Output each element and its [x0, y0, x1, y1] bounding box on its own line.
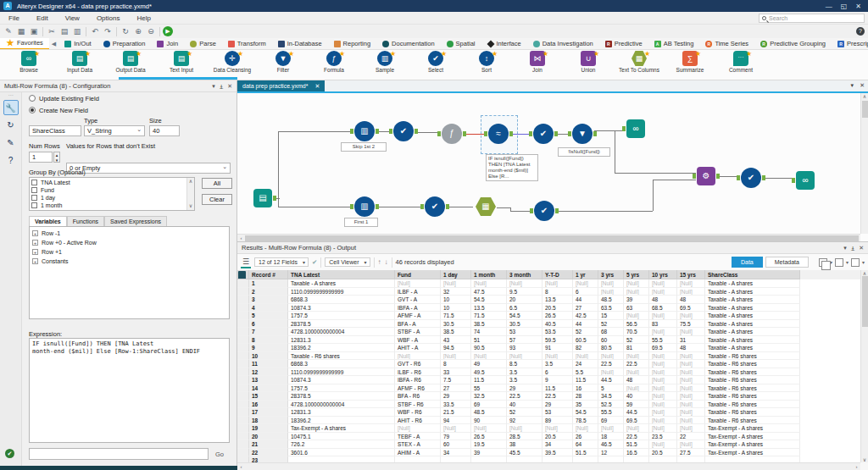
data-cell[interactable]: 69 — [598, 417, 624, 425]
palette-tool-output-data[interactable]: ★▤Output Data — [105, 50, 156, 80]
data-cell[interactable]: 47.5 — [471, 288, 507, 296]
palette-tool-sort[interactable]: ★↕Sort — [461, 50, 512, 80]
data-cell[interactable]: 53 — [542, 408, 573, 417]
record-number-cell[interactable]: 17 — [249, 408, 288, 417]
data-cell[interactable]: 69.5 — [677, 304, 705, 312]
open-icon[interactable]: ▦ — [15, 26, 27, 37]
save-icon[interactable]: ▣ — [28, 26, 40, 37]
record-number-cell[interactable]: 2 — [249, 288, 288, 296]
data-cell[interactable] — [677, 456, 705, 462]
category-time-series[interactable]: RTime Series — [699, 38, 754, 50]
data-cell[interactable]: 49.5 — [471, 368, 507, 377]
data-cell[interactable] — [471, 456, 507, 462]
num-rows-stepper[interactable]: 1 — [29, 152, 53, 163]
fields-dropdown[interactable]: 12 of 12 Fields — [254, 257, 309, 267]
data-cell[interactable]: 32.5 — [471, 392, 507, 401]
data-cell[interactable]: 28.5 — [507, 433, 542, 441]
input-anchor[interactable] — [484, 131, 487, 136]
data-cell[interactable]: 16 — [573, 384, 598, 393]
output-anchor[interactable] — [376, 129, 379, 134]
panel-menu-icon[interactable]: ▾ — [843, 245, 847, 252]
tool-annotation[interactable]: Skip 1st 2 — [341, 142, 387, 152]
category-spatial[interactable]: Spatial — [441, 38, 481, 50]
data-cell[interactable]: 54.5 — [471, 296, 507, 304]
data-cell[interactable]: 6.5 — [507, 304, 542, 312]
data-cell[interactable]: [Null] — [677, 440, 705, 449]
data-cell[interactable]: 38.5 — [441, 328, 471, 336]
checkbox-icon[interactable] — [31, 202, 37, 208]
data-cell[interactable]: [Null] — [441, 424, 471, 433]
record-number-cell[interactable]: 15 — [249, 392, 288, 401]
palette-tool-text-to-columns[interactable]: ★▦Text To Columns — [614, 50, 665, 80]
table-row[interactable]: 36868.3GVT - A1054.52013.54448.5394848Ta… — [237, 296, 860, 304]
column-header-record[interactable]: Record # — [249, 270, 288, 279]
data-cell[interactable]: 59.5 — [542, 336, 573, 345]
data-cell[interactable]: Tax-Exempt - A shares — [705, 449, 800, 457]
output-anchor[interactable] — [509, 131, 513, 136]
data-cell[interactable]: [Null] — [649, 352, 677, 361]
data-cell[interactable]: BFA - A — [395, 320, 441, 329]
data-cell[interactable]: 26.5 — [542, 312, 573, 320]
data-cell[interactable]: Tax-Exempt - A shares — [288, 424, 395, 433]
data-cell[interactable]: [Null] — [395, 424, 441, 433]
select-tool-4[interactable]: ✔ — [425, 196, 445, 217]
data-cell[interactable]: [Null] — [598, 368, 624, 377]
data-cell[interactable]: 35 — [573, 401, 598, 409]
data-cell[interactable]: 22.5 — [542, 392, 573, 401]
data-cell[interactable]: [Null] — [471, 352, 507, 361]
data-cell[interactable]: 68.5 — [649, 304, 677, 312]
group-by-option-tna-latest[interactable]: TNA Latest — [31, 179, 192, 186]
data-cell[interactable]: 34 — [542, 440, 573, 449]
data-cell[interactable]: 38 — [507, 440, 542, 449]
category-interface[interactable]: Interface — [481, 38, 527, 50]
tool-annotation[interactable]: First 1 — [344, 218, 378, 227]
data-cell[interactable]: 48 — [649, 296, 677, 304]
category-reporting[interactable]: Reporting — [328, 38, 377, 50]
data-cell[interactable]: Taxable - R6 shares — [705, 376, 800, 384]
category-prescriptive[interactable]: RPrescriptive — [832, 38, 868, 50]
data-cell[interactable]: 74 — [471, 328, 507, 336]
table-row[interactable]: 1310874.3IBFA - R67.511.53.5911.544.548[… — [237, 376, 860, 384]
data-cell[interactable]: [Null] — [649, 312, 677, 320]
output-anchor[interactable] — [762, 175, 765, 180]
sample-tool-top[interactable]: ▥ — [354, 121, 375, 141]
data-cell[interactable] — [705, 456, 800, 462]
data-cell[interactable]: 3.5 — [542, 360, 573, 368]
data-cell[interactable]: 40 — [507, 401, 542, 409]
column-header-3-yrs[interactable]: 3 yrs — [598, 270, 624, 279]
move-up-icon[interactable]: ↑ — [378, 258, 381, 266]
data-cell[interactable] — [598, 456, 624, 462]
data-cell[interactable]: [Null] — [649, 368, 677, 377]
data-cell[interactable]: [Null] — [542, 352, 573, 361]
data-cell[interactable]: 52 — [573, 328, 598, 336]
category-parse[interactable]: Parse — [184, 38, 222, 50]
group-by-option-1-day[interactable]: 1 day — [31, 194, 192, 202]
multi-row-formula-tool[interactable]: ≈ — [488, 124, 509, 144]
menu-view[interactable]: View — [57, 14, 88, 22]
data-cell[interactable]: 19.5 — [471, 440, 507, 449]
data-cell[interactable]: Taxable - A shares — [705, 336, 800, 345]
data-cell[interactable]: STBF - R6 — [395, 401, 441, 409]
palette-tool-join[interactable]: ★⋈Join — [512, 50, 563, 80]
record-number-cell[interactable]: 16 — [249, 401, 288, 409]
data-cell[interactable]: Taxable - A shares — [288, 279, 395, 288]
input-anchor[interactable] — [568, 131, 571, 136]
scroll-up-icon[interactable]: ∧ — [187, 178, 194, 185]
output-anchor[interactable] — [376, 204, 379, 209]
group-by-list[interactable]: TNA LatestFund1 day1 month ∧ ∨ — [29, 177, 195, 211]
data-cell[interactable]: 26.5 — [471, 433, 507, 441]
data-cell[interactable]: 26 — [573, 433, 598, 441]
table-row[interactable]: 1528378.5BFA - R62932.522.522.52834.540[… — [237, 392, 860, 401]
data-cell[interactable]: [Null] — [598, 288, 624, 296]
data-cell[interactable]: 60 — [598, 336, 624, 345]
data-cell[interactable]: [Null] — [624, 368, 649, 377]
zoom-out-icon[interactable]: ⊖ — [145, 26, 157, 37]
data-cell[interactable]: [Null] — [677, 352, 705, 361]
canvas-vertical-scrollbar[interactable]: ∧ — [860, 93, 868, 234]
record-number-cell[interactable]: 23 — [249, 456, 288, 462]
data-cell[interactable]: 24 — [573, 360, 598, 368]
data-cell[interactable]: 48.5 — [598, 296, 624, 304]
data-cell[interactable]: 60.5 — [573, 336, 598, 345]
data-cell[interactable]: 79 — [441, 433, 471, 441]
data-cell[interactable]: [Null] — [677, 368, 705, 377]
